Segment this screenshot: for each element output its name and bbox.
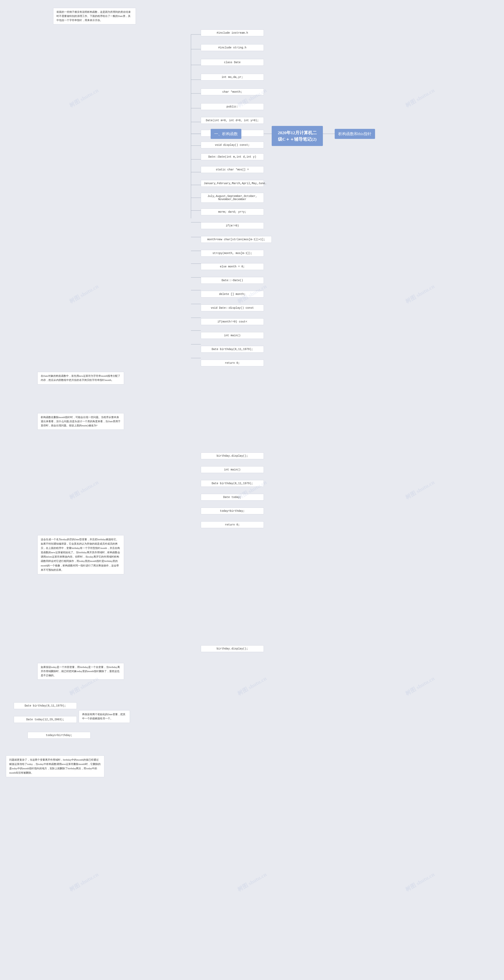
code-box-display-decl: void display() const;: [201, 142, 264, 148]
code-box-display-impl: void Date::display() const: [201, 305, 264, 311]
code-box-date-birthday-3: Date birthday(8,11,1979);: [14, 702, 77, 709]
code-box-date-today-2: Date today(12,29,2003);: [14, 716, 77, 723]
mindmap: 前面的一些例子都没有说明析构函数，这是因为所用到的类在结束时不需要做特别的清理工…: [4, 4, 500, 980]
code-box-char-month: char *month;: [201, 89, 264, 95]
code-box-return-0: return 0;: [201, 360, 264, 366]
code-box-if-month-cout: if(month!=0) cout<: [201, 318, 264, 325]
code-box-date-birthday: Date birthday(8,11,1979);: [201, 346, 264, 353]
code-box-date-today: Date today;: [201, 494, 264, 501]
center-node: 2020年12月计算机二级C＋＋辅导笔记(2): [272, 126, 323, 146]
code-box-birthday-display-1: birthday.display();: [201, 452, 264, 459]
explanation-text-12: 如果假设today是一个外部变量，而birthday是一个自变量，当birthd…: [37, 663, 124, 679]
connector-lines: [4, 4, 500, 980]
code-box-mo-da-yr: mo=m; da=d; yr=y;: [201, 208, 264, 215]
code-box-date-constructor: Date(int m=0, int d=0, int y=0);: [201, 117, 264, 124]
code-box-include-string: #include string.h: [201, 44, 264, 51]
page-container: 前面的一些例子都没有说明析构函数，这是因为所用到的类在结束时不需要做特别的清理工…: [0, 0, 504, 980]
code-box-date-birthday-2: Date birthday(8,11,1979);: [201, 480, 264, 487]
code-box-if-m: if(m!=0): [201, 222, 264, 229]
code-box-include-iostream: #include iostream.h: [201, 30, 264, 36]
explanation-text-10: 这会生成一个名为today的空的Date型变量，并且把birthday赋值给它。…: [37, 535, 124, 574]
code-box-int-mo: int mo,da,yr;: [201, 74, 264, 81]
code-box-date-impl: Date::Date(int m,int d,int y): [201, 153, 264, 160]
code-box-public: public:: [201, 103, 264, 110]
explanation-text-final: 问题就更复杂了，当这两个变量离开作用域时，birthday中的month的值已经…: [6, 756, 104, 777]
code-box-class-date: class Date: [201, 59, 264, 66]
code-box-today-birthday: today=birthday;: [201, 508, 264, 514]
right-branch-label: 析构函数和this指针: [335, 129, 375, 139]
code-box-else-month: else month = 0;: [201, 263, 264, 270]
code-box-destructor-impl: Date::~Date(): [201, 277, 264, 284]
code-box-int-main-2: int main(): [201, 466, 264, 473]
code-box-months-2: July,August,September,October, November,…: [201, 193, 264, 203]
code-box-birthday-display-2: birthday.display();: [201, 645, 264, 652]
code-box-todays-birthday: todays=birthday;: [27, 732, 91, 738]
explanation-text-3: 析构函数在删除month指针时，可能会出现一些问题。当程序从整本身退出来看看，没…: [37, 413, 124, 430]
explanation-text-2: 在Date对象的构造函数中，首先用new运算符为字符串month报考分配了内存，…: [37, 372, 124, 385]
left-branch-label: 一、析构函数: [211, 129, 241, 139]
code-box-static-mos: static char *mos[] =: [201, 166, 264, 173]
code-box-return-0-2: return 0;: [201, 521, 264, 528]
explanation-text-15: 再假设有两个初始化的Date变量，把其中一个的值赋值给另一个。: [79, 710, 130, 723]
code-box-delete-month: delete [] month;: [201, 291, 264, 298]
intro-text-box: 前面的一些例子都没有说明析构函数，这是因为所用到的类在结束时不需要做特别的清理工…: [53, 8, 136, 24]
code-box-strcpy: strcpy(month, mos[m-1]);: [201, 250, 264, 256]
code-box-new-month: month=new char[strlen(mos[m-1])+1];: [201, 236, 272, 243]
code-box-int-main: int main(): [201, 332, 264, 339]
code-box-months-1: January,February,March,April,May,June.: [201, 180, 264, 187]
